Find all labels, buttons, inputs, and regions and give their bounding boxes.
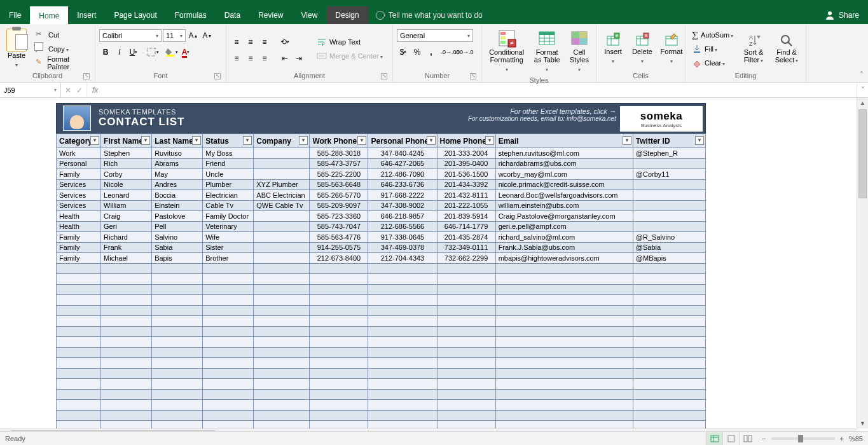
align-top-button[interactable]: ≡ [230,36,243,48]
collapse-ribbon-button[interactable]: ˄ [855,24,868,82]
table-cell[interactable] [368,368,437,379]
table-cell[interactable] [254,242,310,253]
table-cell[interactable] [368,274,437,285]
wrap-text-button[interactable]: Wrap Text [314,36,385,48]
tab-design[interactable]: Design [326,6,368,24]
table-cell[interactable] [310,368,368,379]
tell-me-search[interactable]: Tell me what you want to do [368,6,490,24]
filter-dropdown-icon[interactable]: ▾ [623,136,631,145]
table-cell[interactable]: 585-473-3757 [310,158,368,169]
table-cell[interactable]: 914-255-0575 [310,242,368,253]
column-header[interactable]: Last Name▾ [152,134,203,148]
table-cell[interactable] [57,400,101,411]
table-cell[interactable]: 201-222-1055 [437,200,495,211]
table-cell[interactable] [633,200,705,211]
table-cell[interactable] [101,316,152,327]
table-cell[interactable] [495,263,633,274]
table-cell[interactable] [57,358,101,369]
decrease-indent-button[interactable]: ⇤ [279,52,291,65]
filter-dropdown-icon[interactable]: ▾ [243,136,252,145]
column-header[interactable]: Category▾ [57,134,101,148]
table-cell[interactable]: @Stephen_R [633,148,705,159]
table-cell[interactable] [203,410,254,421]
table-cell[interactable] [437,389,495,400]
table-cell[interactable] [495,389,633,400]
table-cell[interactable] [57,295,101,306]
table-cell[interactable]: @MBapis [633,253,705,264]
filter-dropdown-icon[interactable]: ▾ [357,136,366,145]
table-cell[interactable] [368,305,437,316]
cell-styles-button[interactable]: Cell Styles [567,27,592,75]
table-row-empty[interactable] [57,410,706,421]
table-row-empty[interactable] [57,358,706,369]
table-cell[interactable]: Salvino [152,232,203,243]
table-cell[interactable]: 646-218-9857 [368,211,437,222]
table-cell[interactable] [152,263,203,274]
table-cell[interactable]: Ruvituso [152,148,203,159]
table-cell[interactable]: 732-662-2299 [437,253,495,264]
table-cell[interactable] [152,274,203,285]
table-cell[interactable] [203,326,254,337]
table-row-empty[interactable] [57,389,706,400]
table-cell[interactable] [57,326,101,337]
table-cell[interactable]: Services [57,179,101,190]
column-header[interactable]: Personal Phone▾ [368,134,437,148]
format-cells-button[interactable]: Format [659,27,684,71]
column-header[interactable]: Home Phone▾ [437,134,495,148]
table-cell[interactable] [633,274,705,285]
table-cell[interactable] [254,379,310,390]
table-cell[interactable] [203,347,254,358]
table-row-empty[interactable] [57,379,706,390]
filter-dropdown-icon[interactable]: ▾ [299,136,308,145]
table-cell[interactable]: Services [57,190,101,201]
format-as-table-button[interactable]: Format as Table [531,27,563,75]
table-cell[interactable]: May [152,169,203,180]
table-cell[interactable]: Pell [152,221,203,232]
table-cell[interactable] [437,305,495,316]
orientation-button[interactable]: ⟲▾ [279,36,291,48]
table-cell[interactable] [152,337,203,348]
number-format-selector[interactable]: General▾ [397,29,473,42]
table-row-empty[interactable] [57,284,706,295]
table-cell[interactable] [57,368,101,379]
table-cell[interactable]: 201-434-3392 [437,179,495,190]
table-cell[interactable] [310,400,368,411]
table-cell[interactable] [368,379,437,390]
table-cell[interactable]: Family [57,169,101,180]
table-cell[interactable] [437,410,495,421]
table-cell[interactable]: Richard [101,232,152,243]
table-cell[interactable] [437,326,495,337]
name-box[interactable]: J59▾ [0,83,61,97]
table-cell[interactable] [101,421,152,429]
table-row[interactable]: PersonalRichAbramsFriend585-473-3757646-… [57,158,706,169]
table-cell[interactable]: wcorby_may@ml.com [495,169,633,180]
table-cell[interactable] [437,358,495,369]
table-cell[interactable]: 646-233-6736 [368,179,437,190]
decrease-decimal-button[interactable]: .00→.0 [458,46,471,58]
scroll-down-arrow[interactable]: ▼ [857,418,868,428]
column-header[interactable]: First Name▾ [101,134,152,148]
table-cell[interactable]: 201-333-2004 [437,148,495,159]
italic-button[interactable]: I [113,46,126,58]
table-cell[interactable] [633,421,705,429]
table-cell[interactable]: Health [57,211,101,222]
tab-formulas[interactable]: Formulas [166,6,216,24]
table-cell[interactable]: Work [57,148,101,159]
table-cell[interactable] [437,284,495,295]
zoom-slider[interactable] [771,437,835,440]
autosum-button[interactable]: ∑AutoSum [689,29,736,41]
table-cell[interactable] [368,337,437,348]
table-cell[interactable] [57,284,101,295]
table-cell[interactable]: Einstein [152,200,203,211]
table-cell[interactable] [310,326,368,337]
table-cell[interactable] [633,389,705,400]
table-cell[interactable] [633,221,705,232]
sort-filter-button[interactable]: AZ Sort & Filter [740,27,768,71]
table-cell[interactable]: 201-536-1500 [437,169,495,180]
table-cell[interactable]: Family Doctor [203,211,254,222]
table-cell[interactable] [101,389,152,400]
table-cell[interactable] [495,347,633,358]
alignment-dialog-launcher[interactable]: ⤡ [381,73,387,79]
table-cell[interactable] [368,347,437,358]
table-cell[interactable] [368,389,437,400]
